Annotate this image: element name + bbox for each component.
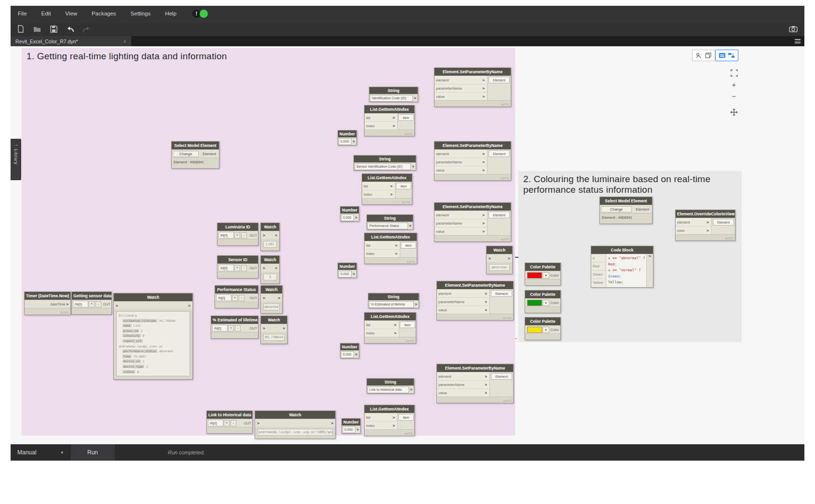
remove-input-button[interactable]: - [239,295,244,301]
color-swatch[interactable] [527,327,542,333]
port-chevron[interactable]: > [277,296,281,300]
port-chevron[interactable]: > [262,326,266,331]
node-ovr[interactable]: Element.OverrideColorInView element> col… [675,210,735,241]
node-str5[interactable]: String Link to Historical data> [367,378,414,394]
string-input[interactable]: Performance Status [367,223,408,229]
node-num3[interactable]: Number 0.000> [338,263,357,278]
port-chevron[interactable]: > [354,215,358,220]
export-image-icon[interactable] [787,24,800,34]
port-chevron[interactable]: > [393,331,397,335]
pan-icon[interactable] [730,108,738,116]
input-port[interactable]: IN[0] [216,294,231,301]
input-port[interactable]: element [436,152,449,156]
string-input[interactable]: Sensor Identification Code (ID) [354,163,411,170]
remove-input-button[interactable]: - [241,232,247,239]
node-sel2[interactable]: Select Model Element Change Element Elem… [599,197,652,224]
workspace-menu-icon[interactable] [795,39,801,43]
save-file-icon[interactable] [47,24,60,34]
port-chevron[interactable]: > [262,233,266,238]
port-chevron[interactable]: > [484,300,488,304]
node-get1[interactable]: List.GetItemAtIndex list> index> item AU… [364,105,415,136]
port-chevron[interactable]: > [187,304,191,308]
output-port[interactable]: Element [491,373,512,380]
port-chevron[interactable]: > [282,326,286,331]
output-port[interactable]: dateTime [50,302,65,306]
input-port[interactable]: value [436,168,445,172]
port-chevron[interactable]: > [352,139,356,144]
port-chevron[interactable]: > [262,266,266,270]
input-port[interactable]: list [366,116,370,120]
input-port[interactable]: IN[0] [218,265,234,271]
input-port[interactable]: element [438,292,451,296]
menu-edit[interactable]: Edit [34,6,58,22]
node-west[interactable]: Watch >> 99,730644 [260,316,287,344]
number-input[interactable]: 0.000 [341,351,354,358]
menu-file[interactable]: File [11,6,34,22]
menu-help[interactable]: Help [158,6,184,22]
port-chevron[interactable]: > [274,233,278,238]
string-input[interactable]: Link to Historical data [367,386,409,393]
remove-input-button[interactable]: - [231,420,236,426]
input-port[interactable]: element [436,213,449,217]
remove-input-button[interactable]: - [95,301,101,307]
port-chevron[interactable]: > [484,391,488,395]
output-port[interactable]: item [401,242,416,249]
port-chevron[interactable]: > [507,256,511,261]
output-port[interactable]: Element [200,152,219,156]
run-button[interactable]: Run [70,444,115,461]
port-chevron[interactable]: > [354,352,358,357]
port-chevron[interactable]: > [484,308,488,312]
input-port[interactable]: parameterName [438,383,464,387]
port-chevron[interactable]: > [392,424,396,428]
port-chevron[interactable]: > [408,224,412,228]
input-port[interactable]: IN[0] [218,232,234,239]
port-chevron[interactable]: > [706,220,710,225]
port-chevron[interactable]: > [389,184,394,188]
node-perf[interactable]: Performance Status IN[0] + - OUT [215,285,258,308]
port-chevron[interactable]: > [413,96,417,100]
port-chevron[interactable]: > [392,116,396,120]
input-port[interactable]: element [438,374,451,379]
node-getdata[interactable]: Getting sensor data IN[0] + - OUT [71,292,112,315]
node-str4[interactable]: String % Estimated of lifetime> [368,293,419,308]
node-get3[interactable]: List.GetItemAtIndex list> index> item AU… [364,233,417,264]
input-port[interactable]: list [364,184,368,188]
zoom-out-icon[interactable]: − [732,93,736,100]
node-timer[interactable]: Timer (DateTime.Now) dateTime> AUTO [24,292,71,315]
node-set1[interactable]: Element.SetParameterByName element> para… [434,67,511,107]
chevron-down-icon[interactable]: ▾ [543,300,549,306]
fit-view-icon[interactable] [731,69,738,77]
port-chevron[interactable]: > [392,415,396,420]
port-chevron[interactable]: > [65,302,69,306]
add-input-button[interactable]: + [234,232,240,239]
input-port[interactable]: parameterName [436,221,462,225]
remove-input-button[interactable]: - [235,325,241,332]
port-chevron[interactable]: > [481,160,486,164]
output-port[interactable]: item [396,183,411,189]
input-port[interactable]: index [366,331,375,335]
input-port[interactable]: value [438,391,447,395]
chevron-down-icon[interactable]: ▾ [543,272,549,279]
run-mode-dropdown[interactable]: Manual ▾ [11,444,70,461]
node-str1[interactable]: String Identification Code (ID)> [369,87,418,102]
number-input[interactable]: 0.000 [339,271,352,278]
port-chevron[interactable]: > [256,421,260,425]
input-port[interactable]: Yellow [591,279,606,287]
port-chevron[interactable]: > [481,78,486,82]
string-input[interactable]: Identification Code (ID) [370,95,413,102]
input-port[interactable]: index [366,424,375,428]
graph-view-toggle[interactable] [715,50,738,61]
port-chevron[interactable]: > [392,124,396,128]
port-chevron[interactable]: > [481,229,486,234]
output-port[interactable]: Color [550,301,559,305]
output-port[interactable]: Element [489,150,510,157]
node-palR[interactable]: Color Palette ▾ Color [525,263,561,286]
tab-close-icon[interactable]: × [123,39,126,44]
output-port[interactable]: item [398,114,414,121]
port-chevron[interactable]: > [355,427,360,432]
menu-view[interactable]: View [58,6,84,22]
output-port[interactable]: Element [491,290,512,297]
node-set4[interactable]: Element.SetParameterByName element> para… [436,281,514,320]
input-port[interactable]: index [366,124,375,128]
port-chevron[interactable]: > [411,164,415,169]
